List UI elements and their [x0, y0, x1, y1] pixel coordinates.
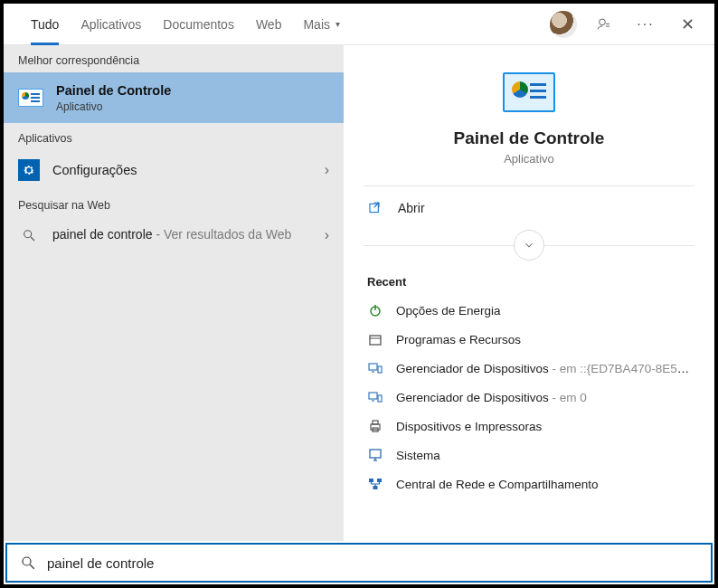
chevron-right-icon: ›	[325, 227, 329, 243]
recent-item-suffix: - em 0	[549, 391, 587, 404]
recent-item[interactable]: Central de Rede e Compartilhamento	[364, 469, 694, 498]
svg-point-23	[23, 557, 31, 565]
tab-more[interactable]: Mais ▾	[292, 4, 351, 45]
expand-actions	[364, 230, 694, 261]
recent-item-label: Programas e Recursos	[396, 333, 521, 346]
svg-rect-17	[370, 450, 381, 458]
best-match-text: Painel de Controle Aplicativo	[56, 82, 171, 113]
tab-apps[interactable]: Aplicativos	[70, 4, 152, 45]
recent-list: Opções de EnergiaProgramas e RecursosGer…	[344, 296, 714, 498]
search-icon	[18, 226, 40, 242]
device-icon	[367, 360, 383, 376]
close-button[interactable]: ✕	[673, 10, 702, 39]
results-list: Melhor correspondência Painel de Control…	[4, 45, 344, 541]
svg-rect-9	[378, 366, 382, 373]
device-icon	[367, 389, 383, 405]
recent-item-label: Central de Rede e Compartilhamento	[396, 478, 599, 491]
feedback-icon[interactable]	[590, 10, 619, 39]
search-input[interactable]	[47, 555, 698, 571]
recent-item-label: Dispositivos e Impressoras	[396, 420, 542, 433]
chevron-right-icon: ›	[325, 162, 329, 178]
tab-all[interactable]: Tudo	[20, 4, 70, 45]
svg-point-1	[24, 231, 32, 238]
section-best-match: Melhor correspondência	[4, 45, 344, 72]
recent-item[interactable]: Gerenciador de Dispositivos - em ::{ED7B…	[364, 354, 694, 383]
svg-line-24	[30, 564, 34, 569]
recent-item[interactable]: Sistema	[364, 441, 694, 469]
result-web-suffix: - Ver resultados da Web	[153, 227, 292, 242]
preview-title: Painel de Controle	[454, 128, 605, 148]
svg-rect-15	[373, 421, 378, 424]
recent-item-suffix: - em ::{ED7BA470-8E54-465E...	[549, 362, 691, 375]
svg-rect-21	[377, 479, 382, 482]
preview-subtitle: Aplicativo	[504, 152, 554, 166]
recent-header: Recent	[344, 261, 714, 296]
result-settings-label: Configurações	[52, 163, 137, 177]
svg-rect-11	[369, 393, 377, 399]
recent-item-label: Opções de Energia	[396, 304, 501, 318]
search-icon	[20, 555, 36, 571]
open-label: Abrir	[398, 201, 425, 215]
monitor-icon	[367, 447, 383, 463]
printer-icon	[367, 418, 383, 434]
results-body: Melhor correspondência Painel de Control…	[4, 45, 714, 541]
tab-documents[interactable]: Documentos	[152, 4, 245, 45]
open-action[interactable]: Abrir	[344, 186, 714, 230]
recent-item[interactable]: Dispositivos e Impressoras	[364, 412, 694, 441]
expand-button[interactable]	[514, 230, 544, 261]
svg-rect-20	[369, 479, 373, 482]
recent-item-label: Gerenciador de Dispositivos	[396, 362, 549, 375]
result-web-search[interactable]: painel de controle - Ver resultados da W…	[4, 217, 344, 253]
filter-tabs: Tudo Aplicativos Documentos Web Mais ▾ ·…	[4, 4, 714, 45]
result-settings[interactable]: Configurações ›	[4, 150, 344, 190]
recent-item[interactable]: Opções de Energia	[364, 296, 694, 325]
preview-header: Painel de Controle Aplicativo	[344, 45, 714, 185]
section-apps: Aplicativos	[4, 123, 344, 150]
tab-web[interactable]: Web	[245, 4, 293, 45]
chevron-down-icon: ▾	[335, 19, 340, 29]
open-icon	[367, 201, 383, 215]
control-panel-icon	[18, 89, 43, 107]
search-bar[interactable]	[5, 543, 713, 583]
svg-point-0	[600, 19, 606, 25]
svg-line-2	[31, 237, 34, 241]
svg-rect-22	[373, 486, 378, 489]
recent-item[interactable]: Programas e Recursos	[364, 325, 694, 354]
gear-icon	[18, 159, 40, 181]
recent-item[interactable]: Gerenciador de Dispositivos - em 0	[364, 383, 694, 412]
best-match-subtitle: Aplicativo	[56, 100, 171, 113]
search-window: Tudo Aplicativos Documentos Web Mais ▾ ·…	[4, 4, 714, 584]
best-match-title: Painel de Controle	[56, 83, 171, 98]
recent-item-label: Sistema	[396, 449, 440, 462]
svg-rect-6	[370, 336, 381, 345]
section-web: Pesquisar na Web	[4, 190, 344, 217]
chevron-down-icon	[523, 239, 535, 251]
result-web-query: painel de controle	[52, 227, 153, 242]
svg-rect-12	[378, 395, 382, 402]
tab-more-label: Mais	[303, 17, 330, 32]
more-options-icon[interactable]: ···	[631, 10, 660, 39]
best-match-item[interactable]: Painel de Controle Aplicativo	[4, 72, 344, 123]
network-icon	[367, 476, 383, 492]
result-web-text: painel de controle - Ver resultados da W…	[52, 226, 312, 244]
svg-rect-8	[369, 364, 377, 370]
control-panel-icon	[503, 72, 555, 112]
user-avatar[interactable]	[550, 11, 577, 38]
preview-pane: Painel de Controle Aplicativo Abrir Rece…	[344, 45, 714, 541]
power-icon	[367, 302, 383, 318]
box-icon	[367, 331, 383, 347]
recent-item-label: Gerenciador de Dispositivos	[396, 391, 549, 404]
